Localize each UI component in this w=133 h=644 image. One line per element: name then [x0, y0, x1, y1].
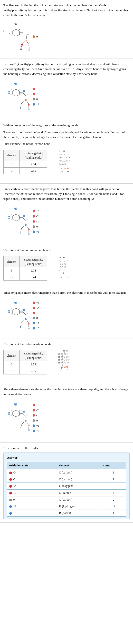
- legend-label-4-p1: +1: [36, 230, 39, 234]
- cc-element-c2: C: [4, 368, 20, 374]
- svg-text:O: O: [28, 323, 30, 325]
- svg-text:C: C: [64, 362, 66, 364]
- svg-line-8: [23, 33, 26, 36]
- svg-line-217: [23, 414, 26, 417]
- svg-text:H: H: [23, 90, 25, 92]
- dot-8-z: [33, 419, 35, 422]
- svg-text:C: C: [59, 266, 61, 268]
- cc-comparison: element electronegativity(Pauling scale)…: [3, 348, 130, 379]
- dot-4-m2: [33, 215, 35, 218]
- state-dot: [9, 505, 12, 508]
- oxidation-state-cell: +1: [7, 503, 57, 510]
- bc-element-c: C: [4, 168, 20, 174]
- svg-text:O: O: [67, 167, 69, 170]
- svg-text:C: C: [11, 213, 13, 216]
- table-row: -1C (carbon)5: [7, 490, 126, 496]
- svg-text:H: H: [59, 160, 61, 162]
- svg-text:C: C: [11, 312, 13, 315]
- svg-text:C: C: [59, 269, 61, 272]
- svg-text:H: H: [14, 403, 16, 406]
- svg-text:H: H: [8, 413, 10, 416]
- svg-text:C: C: [61, 163, 63, 165]
- bo-row-b: B 2.04: [4, 267, 47, 274]
- element-cell: C (carbon): [57, 490, 101, 496]
- svg-text:H: H: [20, 326, 21, 329]
- legend-label-6-m2: -2: [36, 306, 39, 310]
- state-dot: [9, 472, 12, 474]
- svg-text:H: H: [28, 49, 30, 51]
- svg-text:C: C: [59, 260, 61, 262]
- svg-text:H: H: [69, 156, 70, 159]
- oxidation-state-cell: -2: [7, 483, 57, 490]
- legend-label-8-z: 0: [36, 418, 38, 423]
- svg-text:H: H: [23, 410, 25, 413]
- svg-text:C: C: [19, 414, 21, 417]
- svg-text:H: H: [20, 48, 22, 50]
- legend-item-6-z: 0: [33, 316, 39, 320]
- legend-label-4-p3: +3: [36, 209, 39, 214]
- molecule-svg-cc: H H H C C H H C C C H H C C C H H C C H: [50, 348, 81, 379]
- svg-text:C: C: [19, 94, 21, 96]
- svg-text:H: H: [66, 350, 68, 352]
- legend-label-6-p1: +1: [36, 321, 39, 326]
- molecule-container-2: C H 3 B O H O H C C: [3, 79, 130, 114]
- cc-intro-text: Next look at the carbon-carbon bonds:: [3, 342, 130, 347]
- svg-text:C: C: [66, 358, 68, 361]
- svg-text:C: C: [61, 353, 63, 355]
- dot-p1: [33, 103, 35, 106]
- molecule-svg-2: C H 3 B O H O H C C: [3, 79, 30, 114]
- table-row: -2C (carbon)1: [7, 476, 126, 483]
- svg-line-147: [65, 275, 66, 277]
- svg-text:C: C: [11, 88, 13, 91]
- svg-marker-210: [13, 410, 19, 417]
- svg-text:C: C: [11, 218, 13, 221]
- element-cell: C (carbon): [57, 496, 101, 503]
- legend-item-m1: -1: [33, 92, 39, 96]
- bc-en-c: 2.55: [19, 168, 47, 174]
- result-th-state: oxidation state: [7, 462, 57, 469]
- bc-row-c: C 2.55: [4, 168, 47, 174]
- state-value: -2: [13, 478, 15, 481]
- dot-8-p1: [33, 424, 35, 427]
- state-dot: [9, 512, 12, 515]
- svg-text:B: B: [64, 366, 65, 368]
- table-row: +3B (boron)1: [7, 510, 126, 517]
- svg-text:H: H: [20, 232, 21, 235]
- legend-label-8-p1: +1: [36, 424, 39, 428]
- svg-text:C: C: [64, 156, 66, 159]
- legend-label-z: 0: [36, 97, 38, 102]
- cc-en-c2: 2.55: [19, 368, 47, 374]
- svg-text:H: H: [67, 170, 69, 173]
- legend-item-8-p1: +1: [33, 424, 39, 428]
- svg-text:C: C: [19, 34, 21, 36]
- count-cell: 5: [101, 490, 126, 496]
- molecule-svg-1: C H 3 B O H O H C C C: [3, 20, 30, 53]
- dot-z: [33, 98, 35, 100]
- svg-text:H: H: [26, 414, 28, 416]
- dot-8-p3b: [33, 430, 35, 432]
- svg-text:H: H: [68, 356, 70, 358]
- legend-6: +3 -2 -1 0 +1 +3: [33, 300, 39, 330]
- legend-label-8-m2: -2: [36, 408, 39, 412]
- svg-text:H: H: [67, 263, 68, 265]
- dot-6-m1: [33, 312, 35, 314]
- oxidation-state-cell: 0: [7, 496, 57, 503]
- svg-text:H: H: [23, 309, 25, 311]
- svg-text:H: H: [67, 353, 69, 355]
- svg-text:C: C: [62, 263, 64, 265]
- svg-text:O: O: [28, 424, 30, 427]
- svg-text:O: O: [21, 228, 22, 230]
- svg-text:H: H: [58, 362, 60, 364]
- remaining-bonds-text: With hydrogen out of the way, look at th…: [3, 123, 130, 128]
- bo-element-o: O: [4, 274, 20, 280]
- legend-4: +3 -2 -1 0 +1: [33, 209, 39, 234]
- legend-item-8-z: 0: [33, 418, 39, 423]
- boron-carbon-comparison: element electronegativity(Pauling scale)…: [3, 148, 130, 179]
- bonds-count-text: There are 1 boron-carbon bond, 2 boron-o…: [3, 130, 130, 140]
- svg-text:C: C: [19, 218, 21, 221]
- dot-m1: [33, 93, 35, 96]
- legend-label-m1: -1: [36, 92, 39, 96]
- boron-oxygen-section: Next look at the boron-oxygen bonds: ele…: [0, 245, 133, 288]
- dot-4-p3: [33, 210, 35, 212]
- svg-text:H: H: [58, 356, 60, 358]
